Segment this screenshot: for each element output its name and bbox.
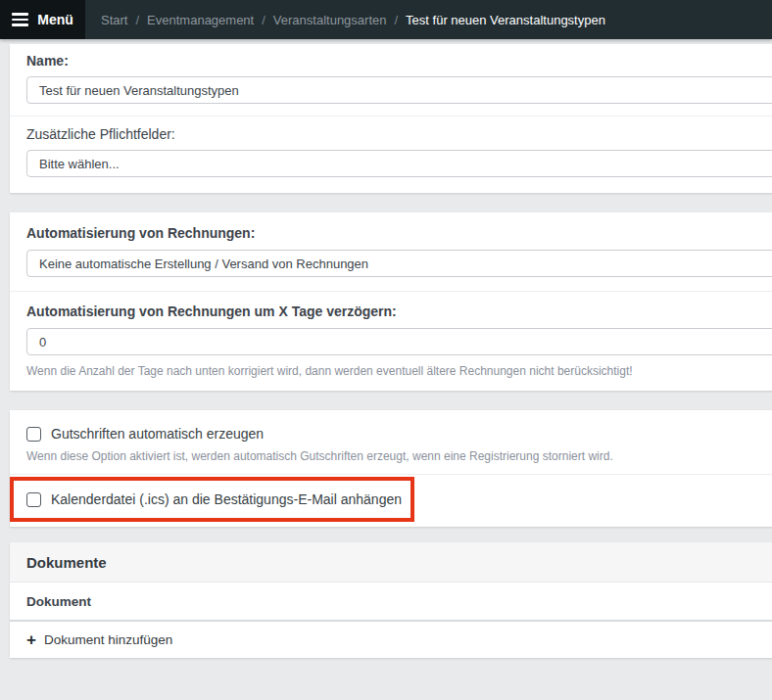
card-invoice-automation: Automatisierung von Rechnungen: Keine au…	[10, 212, 772, 391]
hamburger-icon	[12, 13, 28, 26]
add-document-label: Dokument hinzufügen	[44, 632, 172, 647]
breadcrumb-item-veranstaltungsarten[interactable]: Veranstaltungsarten	[273, 13, 387, 27]
required-fields-select[interactable]: Bitte wählen...	[26, 150, 772, 177]
documents-column-header: Dokument	[10, 583, 772, 622]
documents-section-title: Dokumente	[10, 542, 772, 583]
hamburger-bar	[12, 19, 28, 22]
plus-icon: +	[26, 631, 36, 648]
breadcrumb-item-current: Test für neuen Veranstaltungstypen	[406, 13, 605, 27]
hamburger-bar	[12, 23, 28, 26]
divider	[10, 474, 772, 475]
divider	[10, 116, 772, 117]
breadcrumb-separator: /	[135, 13, 139, 27]
ics-attachment-checkbox[interactable]	[26, 492, 41, 507]
ics-attachment-row: Kalenderdatei (.ics) an die Bestätigungs…	[26, 491, 772, 507]
invoice-delay-help: Wenn die Anzahl der Tage nach unten korr…	[26, 364, 772, 378]
hamburger-bar	[12, 13, 28, 16]
main-content: Name: Test für neuen Veranstaltungstypen…	[0, 39, 772, 658]
invoice-delay-label: Automatisierung von Rechnungen um X Tage…	[26, 303, 772, 319]
divider	[10, 291, 772, 292]
required-fields-label: Zusätzliche Pflichtfelder:	[26, 126, 772, 142]
breadcrumb-separator: /	[394, 13, 398, 27]
invoice-automation-select[interactable]: Keine automatische Erstellung / Versand …	[26, 250, 772, 277]
top-navbar: Menü Start / Eventmanagement / Veranstal…	[0, 0, 772, 39]
credit-notes-row: Gutschriften automatisch erzeugen	[26, 426, 772, 442]
breadcrumb-item-eventmanagement[interactable]: Eventmanagement	[147, 13, 254, 27]
invoice-automation-label: Automatisierung von Rechnungen:	[26, 225, 772, 241]
card-documents: Dokumente Dokument + Dokument hinzufügen	[10, 542, 772, 658]
credit-notes-checkbox[interactable]	[26, 427, 41, 442]
card-options: Gutschriften automatisch erzeugen Wenn d…	[10, 410, 772, 527]
ics-attachment-label[interactable]: Kalenderdatei (.ics) an die Bestätigungs…	[51, 491, 402, 507]
menu-button[interactable]: Menü	[0, 0, 85, 39]
menu-button-label: Menü	[37, 12, 73, 27]
breadcrumb: Start / Eventmanagement / Veranstaltungs…	[85, 0, 605, 39]
credit-notes-label[interactable]: Gutschriften automatisch erzeugen	[51, 426, 264, 442]
name-label: Name:	[26, 53, 772, 69]
invoice-delay-input[interactable]: 0	[26, 328, 772, 355]
name-input[interactable]: Test für neuen Veranstaltungstypen	[26, 76, 772, 104]
credit-notes-help: Wenn diese Option aktiviert ist, werden …	[26, 449, 772, 463]
breadcrumb-item-start[interactable]: Start	[101, 13, 127, 27]
breadcrumb-separator: /	[262, 13, 265, 27]
add-document-button[interactable]: + Dokument hinzufügen	[10, 622, 772, 658]
card-general: Name: Test für neuen Veranstaltungstypen…	[10, 44, 772, 193]
